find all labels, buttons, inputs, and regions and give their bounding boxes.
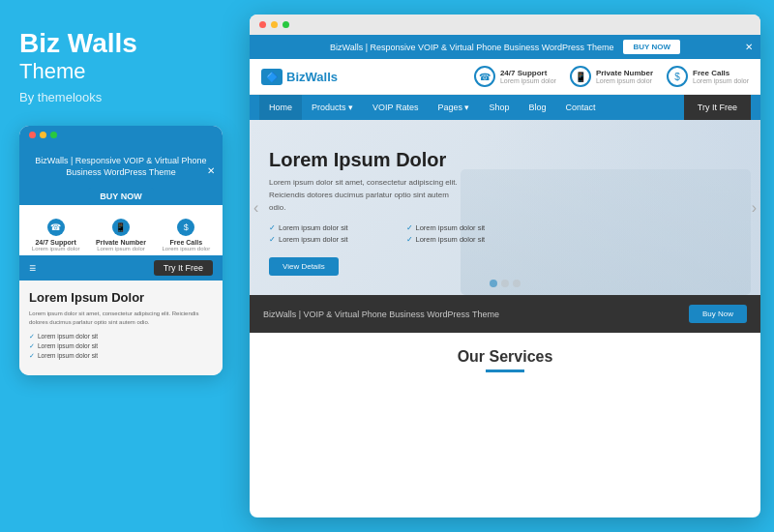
mobile-ad-text: BizWalls | Responsive VOIP & Virtual Pho…	[27, 150, 215, 184]
calls-sublabel: Lorem ipsum dolor	[154, 246, 219, 251]
calls-icon: $	[177, 219, 194, 236]
header-support-label: 24/7 Support	[500, 69, 556, 77]
desktop-mockup: BizWalls | Responsive VOIP & Virtual Pho…	[250, 15, 760, 517]
support-label: 24/7 Support	[23, 239, 88, 246]
mobile-buy-button[interactable]: BUY NOW	[88, 188, 153, 205]
mobile-icon-support: ☎ 24/7 Support Lorem ipsum dolor	[23, 219, 88, 251]
header-private-label: Private Number	[596, 69, 653, 77]
dot-green	[50, 132, 57, 138]
desktop-dot-red	[259, 21, 266, 28]
desktop-try-it-free[interactable]: Try It Free	[684, 95, 751, 120]
header-private-icon: 📱	[570, 66, 591, 87]
desktop-footer-bar: BizWalls | VOIP & Virtual Phone Business…	[250, 295, 760, 333]
brand-subtitle: Theme	[19, 59, 221, 84]
desktop-services: Our Services	[250, 333, 760, 388]
nav-home[interactable]: Home	[259, 95, 302, 120]
header-support-sub: Lorem ipsum dolor	[500, 77, 556, 84]
mobile-hero: Lorem Ipsum Dolor Lorem ipsum dolor sit …	[19, 281, 223, 375]
mobile-close-icon[interactable]: ✕	[207, 165, 215, 176]
list-item: Lorem ipsum dolor sit	[406, 235, 541, 244]
desktop-buy-button[interactable]: BUY NOW	[623, 40, 680, 54]
desktop-logo: 🔷 BizWalls	[261, 69, 338, 85]
hero-arrow-right-icon[interactable]: ›	[752, 199, 757, 217]
hamburger-icon[interactable]: ≡	[29, 261, 36, 275]
logo-icon: 🔷	[261, 69, 283, 85]
header-support-icon: ☎	[474, 66, 495, 87]
hero-dot-3[interactable]	[513, 280, 521, 287]
nav-products[interactable]: Products ▾	[302, 95, 363, 120]
calls-label: Free Calls	[154, 239, 219, 246]
header-calls: $ Free Calls Lorem ipsum dolor	[667, 66, 749, 87]
list-item: Lorem ipsum dolor sit	[29, 333, 213, 340]
view-details-button[interactable]: View Details	[269, 257, 339, 276]
private-icon: 📱	[112, 219, 130, 236]
brand-by: By themelooks	[19, 90, 221, 104]
desktop-close-icon[interactable]: ✕	[745, 42, 753, 52]
header-support: ☎ 24/7 Support Lorem ipsum dolor	[474, 66, 556, 87]
list-item: Lorem ipsum dolor sit	[269, 235, 403, 244]
desktop-header-icons: ☎ 24/7 Support Lorem ipsum dolor 📱 Priva…	[474, 66, 749, 87]
desktop-nav: Home Products ▾ VOIP Rates Pages ▾ Shop …	[250, 95, 760, 120]
desktop-ad-text: BizWalls | Responsive VOIP & Virtual Pho…	[330, 43, 613, 52]
brand-title: Biz Walls	[19, 29, 221, 59]
footer-buy-button[interactable]: Buy Now	[689, 305, 747, 323]
desktop-top-bar	[250, 15, 760, 35]
footer-bar-text: BizWalls | VOIP & Virtual Phone Business…	[263, 310, 499, 319]
nav-voip[interactable]: VOIP Rates	[363, 95, 428, 120]
support-icon: ☎	[47, 219, 65, 236]
mobile-icons-row: ☎ 24/7 Support Lorem ipsum dolor 📱 Priva…	[19, 211, 223, 255]
logo-text: BizWalls	[286, 70, 338, 84]
desktop-dot-yellow	[271, 21, 278, 28]
header-private: 📱 Private Number Lorem ipsum dolor	[570, 66, 653, 87]
nav-pages[interactable]: Pages ▾	[428, 95, 479, 120]
list-item: Lorem ipsum dolor sit	[269, 223, 403, 232]
header-calls-icon: $	[667, 66, 688, 87]
desktop-ad-bar: BizWalls | Responsive VOIP & Virtual Pho…	[250, 35, 760, 59]
mobile-hero-text: Lorem ipsum dolor sit amet, consectetur …	[29, 310, 213, 327]
mobile-hero-title: Lorem Ipsum Dolor	[29, 290, 213, 306]
nav-contact[interactable]: Contact	[555, 95, 605, 120]
hero-bg	[480, 120, 760, 295]
dot-yellow	[40, 132, 46, 138]
support-sublabel: Lorem ipsum dolor	[23, 246, 88, 251]
services-underline	[486, 369, 524, 372]
dot-red	[29, 132, 36, 138]
private-sublabel: Lorem ipsum dolor	[88, 246, 153, 251]
hero-dot-2[interactable]	[501, 280, 509, 287]
mobile-mockup: BizWalls | Responsive VOIP & Virtual Pho…	[19, 126, 223, 375]
desktop-hero: ‹ › Lorem Ipsum Dolor Lorem ipsum dolor …	[250, 120, 760, 295]
mobile-checklist: Lorem ipsum dolor sit Lorem ipsum dolor …	[29, 333, 213, 360]
nav-shop[interactable]: Shop	[479, 95, 519, 120]
desktop-checklist: Lorem ipsum dolor sit Lorem ipsum dolor …	[269, 223, 540, 244]
list-item: Lorem ipsum dolor sit	[29, 342, 213, 350]
desktop-header: 🔷 BizWalls ☎ 24/7 Support Lorem ipsum do…	[250, 59, 760, 95]
desktop-dot-green	[283, 21, 289, 28]
header-calls-sub: Lorem ipsum dolor	[693, 77, 749, 84]
hero-dot-1[interactable]	[490, 280, 497, 287]
list-item: Lorem ipsum dolor sit	[406, 223, 541, 232]
header-calls-label: Free Calls	[693, 69, 749, 77]
mobile-nav-bar: ≡ Try It Free	[19, 255, 223, 281]
mobile-icon-private: 📱 Private Number Lorem ipsum dolor	[88, 219, 153, 251]
services-title: Our Services	[263, 348, 747, 366]
nav-blog[interactable]: Blog	[519, 95, 555, 120]
mobile-try-it-free[interactable]: Try It Free	[154, 260, 213, 276]
left-panel: Biz Walls Theme By themelooks BizWalls |…	[0, 0, 240, 532]
desktop-hero-title: Lorem Ipsum Dolor	[269, 149, 741, 171]
hero-arrow-left-icon[interactable]: ‹	[253, 199, 258, 217]
private-label: Private Number	[88, 239, 153, 246]
mobile-icon-calls: $ Free Calls Lorem ipsum dolor	[154, 219, 219, 251]
hero-dots	[490, 280, 521, 287]
header-private-sub: Lorem ipsum dolor	[596, 77, 653, 84]
list-item: Lorem ipsum dolor sit	[29, 352, 213, 360]
mobile-top-bar	[19, 126, 223, 144]
desktop-hero-text: Lorem ipsum dolor sit amet, consectetur …	[269, 177, 462, 214]
